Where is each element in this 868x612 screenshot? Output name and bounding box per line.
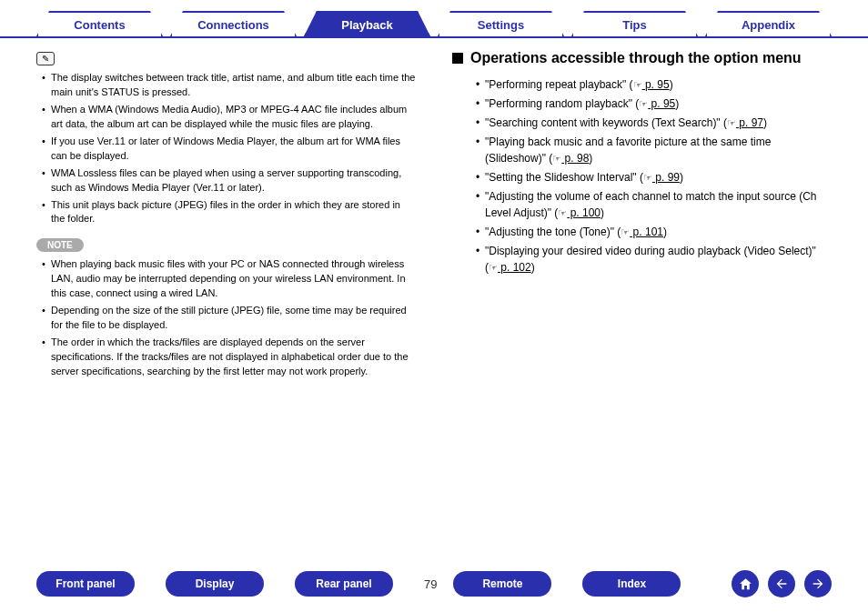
page-number: 79 [424,577,437,591]
page-link[interactable]: p. 97 [736,116,763,129]
pointer-icon: ☞ [643,172,652,183]
nav-icons [732,570,832,597]
note-list: When playing back music files with your … [36,257,416,379]
page-link[interactable]: p. 95 [642,78,670,91]
operations-title: Operations accessible through the option… [470,49,802,67]
bottom-bar: Front panel Display Rear panel 79 Remote… [0,570,868,597]
front-panel-button[interactable]: Front panel [36,571,135,597]
page-link[interactable]: p. 95 [648,97,675,110]
right-column: Operations accessible through the option… [452,49,832,382]
page-link[interactable]: p. 102 [498,261,531,274]
list-item: The order in which the tracks/files are … [42,336,416,379]
page-link[interactable]: p. 98 [561,152,589,165]
tab-contents[interactable]: Contents [36,11,163,36]
content-area: ✎ The display switches between track tit… [0,38,868,382]
pointer-icon: ☞ [621,226,630,237]
page-link[interactable]: p. 101 [630,226,663,238]
next-page-icon[interactable] [804,570,832,597]
list-item: "Searching content with keywords (Text S… [476,115,832,131]
left-column: ✎ The display switches between track tit… [36,49,416,382]
pointer-icon: ☞ [552,153,561,164]
list-item: "Displaying your desired video during au… [476,243,832,276]
list-item: When playing back music files with your … [42,257,416,301]
top-tabs: Contents Connections Playback Settings T… [0,0,868,38]
list-item: "Setting the Slideshow Interval" (☞ p. 9… [476,169,832,186]
list-item: "Adjusting the tone (Tone)" (☞ p. 101) [476,224,832,240]
list-item: "Performing random playback" (☞ p. 95) [476,95,832,112]
operations-list: "Performing repeat playback" (☞ p. 95) "… [452,76,832,276]
list-item: WMA Lossless files can be played when us… [42,166,416,196]
pointer-icon: ☞ [558,207,567,218]
list-item: The display switches between track title… [42,71,416,100]
tab-playback[interactable]: Playback [304,11,430,36]
page-link[interactable]: p. 99 [652,171,680,184]
rear-panel-button[interactable]: Rear panel [295,571,393,597]
pointer-icon: ☞ [727,117,736,128]
square-bullet-icon [452,53,463,64]
remote-button[interactable]: Remote [453,571,551,597]
tab-tips[interactable]: Tips [571,11,698,36]
list-item: "Playing back music and a favorite pictu… [476,134,832,166]
tab-appendix[interactable]: Appendix [705,11,832,36]
list-item: "Performing repeat playback" (☞ p. 95) [476,76,832,93]
tab-settings[interactable]: Settings [438,11,564,36]
page-link[interactable]: p. 100 [567,206,601,219]
tab-connections[interactable]: Connections [170,11,297,36]
list-item: If you use Ver.11 or later of Windows Me… [42,135,416,164]
prev-page-icon[interactable] [768,570,795,597]
pencil-icon: ✎ [36,52,55,65]
pointer-icon: ☞ [639,98,648,109]
list-item: "Adjusting the volume of each channel to… [476,188,832,221]
operations-heading: Operations accessible through the option… [452,49,832,67]
index-button[interactable]: Index [582,571,681,597]
info-list: The display switches between track title… [36,71,416,226]
pointer-icon: ☞ [633,79,642,90]
home-icon[interactable] [732,570,759,597]
list-item: This unit plays back picture (JPEG) file… [42,198,416,227]
list-item: When a WMA (Windows Media Audio), MP3 or… [42,103,416,132]
display-button[interactable]: Display [166,571,264,597]
list-item: Depending on the size of the still pictu… [42,304,416,333]
note-badge: NOTE [36,238,84,252]
pointer-icon: ☞ [489,262,498,273]
